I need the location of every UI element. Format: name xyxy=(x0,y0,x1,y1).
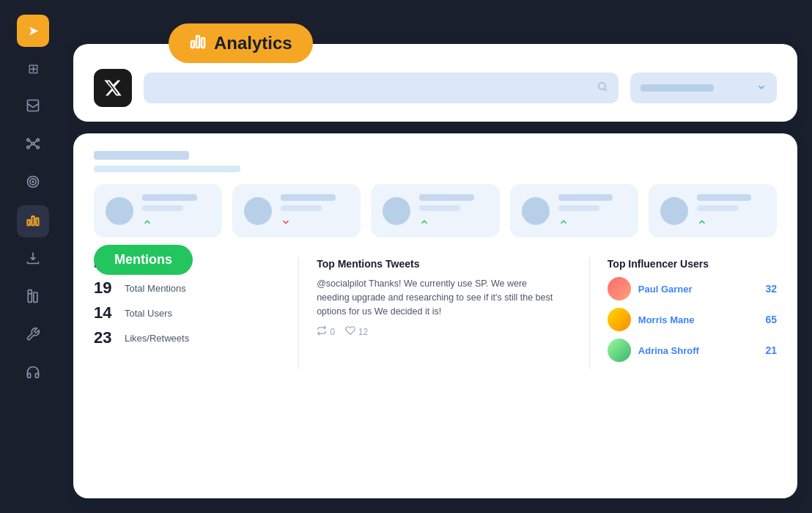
analytics-title-badge: Analytics xyxy=(169,23,313,63)
metric-info-5 xyxy=(697,194,765,227)
influencer-row-morris: Morris Mane 65 xyxy=(608,308,777,331)
heart-icon xyxy=(345,325,355,338)
metric-avatar-2 xyxy=(244,197,272,225)
mentions-likes-number: 23 xyxy=(94,328,116,347)
sidebar-item-support[interactable] xyxy=(17,358,49,390)
network-icon xyxy=(26,136,40,155)
svg-line-7 xyxy=(34,140,37,142)
metric-line1-5 xyxy=(697,194,752,201)
metric-arrow-up-3 xyxy=(419,217,487,227)
mentions-stat-likes: 23 Likes/Retweets xyxy=(94,328,263,347)
divider-1 xyxy=(298,258,299,369)
metric-cards-row xyxy=(94,184,777,237)
top-influencer-users: Top Influencer Users Paul Garner 32 Morr… xyxy=(608,258,777,369)
mentions-total-label: Total Mentions xyxy=(125,283,186,294)
svg-rect-17 xyxy=(34,292,37,302)
svg-point-2 xyxy=(27,139,29,141)
svg-rect-13 xyxy=(28,220,30,226)
retweet-icon xyxy=(317,325,327,338)
sidebar-item-navigate[interactable]: ➤ xyxy=(17,15,49,47)
target-icon xyxy=(26,174,40,193)
svg-point-5 xyxy=(37,146,39,148)
sidebar-item-download[interactable] xyxy=(17,243,49,276)
metric-card-1 xyxy=(94,184,222,237)
download-icon xyxy=(26,251,40,269)
metric-info-4 xyxy=(558,194,627,227)
svg-point-22 xyxy=(599,83,605,89)
influencer-row-paul: Paul Garner 32 xyxy=(608,277,777,300)
influencer-count-adrina: 21 xyxy=(765,344,777,356)
metric-line2-5 xyxy=(697,205,738,211)
tweet-text: @socialpilot Thanks! We currently use SP… xyxy=(317,277,554,318)
svg-point-4 xyxy=(27,146,29,148)
retweet-action: 0 xyxy=(317,325,335,338)
metric-line2-1 xyxy=(142,205,183,211)
metric-avatar-1 xyxy=(106,197,133,225)
metric-avatar-5 xyxy=(660,197,688,225)
stats-subtitle-placeholder xyxy=(94,166,240,172)
metric-line1-2 xyxy=(281,194,336,201)
metric-arrow-up-4 xyxy=(558,217,627,227)
analytics-title-text: Analytics xyxy=(214,33,292,53)
sidebar-item-inbox[interactable] xyxy=(17,91,49,123)
influencer-name-adrina: Adrina Shroff xyxy=(638,345,759,356)
mentions-users-number: 14 xyxy=(94,303,116,322)
svg-rect-20 xyxy=(196,36,199,48)
metric-arrow-down-2 xyxy=(281,217,349,227)
metric-arrow-up-5 xyxy=(697,217,765,227)
svg-rect-14 xyxy=(32,216,34,226)
metric-card-5 xyxy=(649,184,777,237)
sidebar-item-analytics[interactable] xyxy=(17,205,49,237)
svg-point-1 xyxy=(32,142,34,144)
chevron-down-icon xyxy=(756,82,767,95)
support-icon xyxy=(26,365,40,383)
metric-line1-4 xyxy=(558,194,613,201)
library-icon xyxy=(26,289,40,307)
analytics-badge-icon xyxy=(189,32,207,54)
mentions-inner: Mentions Overview 19 Total Mentions 14 T… xyxy=(94,258,777,369)
inbox-icon xyxy=(26,98,40,117)
sidebar-item-tools[interactable] xyxy=(17,320,49,352)
svg-line-9 xyxy=(34,144,37,146)
mentions-content: Mentions Overview 19 Total Mentions 14 T… xyxy=(94,258,777,369)
metric-info-2 xyxy=(281,194,349,227)
svg-rect-21 xyxy=(202,38,204,48)
search-bar[interactable] xyxy=(144,73,619,103)
mentions-badge: Mentions xyxy=(94,245,193,275)
metric-arrow-up-1 xyxy=(142,217,210,227)
svg-point-12 xyxy=(32,181,34,182)
metric-avatar-4 xyxy=(522,197,550,225)
influencer-count-morris: 65 xyxy=(765,314,777,325)
metric-avatar-3 xyxy=(383,197,410,225)
divider-2 xyxy=(589,258,590,369)
svg-point-3 xyxy=(37,139,39,141)
mentions-stat-total: 19 Total Mentions xyxy=(94,278,263,298)
search-input[interactable] xyxy=(154,83,589,94)
influencer-name-morris: Morris Mane xyxy=(638,314,759,325)
sidebar-item-target[interactable] xyxy=(17,167,49,199)
top-mentions-tweets: Top Mentions Tweets @socialpilot Thanks!… xyxy=(317,258,572,369)
navigate-icon: ➤ xyxy=(28,23,39,39)
svg-rect-15 xyxy=(36,218,38,225)
sidebar-item-dashboard[interactable]: ⊞ xyxy=(17,53,49,85)
twitter-x-icon[interactable] xyxy=(94,69,132,107)
analytics-main-card: Mentions Mentions Overview 19 Total Ment… xyxy=(73,133,797,498)
metric-line2-4 xyxy=(558,205,599,211)
metric-line1-3 xyxy=(419,194,474,201)
metric-card-2 xyxy=(232,184,361,237)
tweet-actions: 0 12 xyxy=(317,325,554,338)
like-count: 12 xyxy=(358,327,368,337)
sidebar-item-library[interactable] xyxy=(17,281,49,314)
influencer-avatar-morris xyxy=(608,308,631,331)
metric-line2-3 xyxy=(419,205,460,211)
metric-card-3 xyxy=(371,184,499,237)
sidebar-item-network[interactable] xyxy=(17,129,49,161)
stats-title-placeholder xyxy=(94,151,189,160)
metric-line1-1 xyxy=(142,194,197,201)
mentions-likes-label: Likes/Retweets xyxy=(125,333,189,344)
top-tweets-title: Top Mentions Tweets xyxy=(317,258,554,270)
main-content: Analytics xyxy=(66,0,812,513)
metric-info-3 xyxy=(419,194,487,227)
date-range-dropdown[interactable] xyxy=(630,73,777,103)
influencer-name-paul: Paul Garner xyxy=(638,284,759,295)
